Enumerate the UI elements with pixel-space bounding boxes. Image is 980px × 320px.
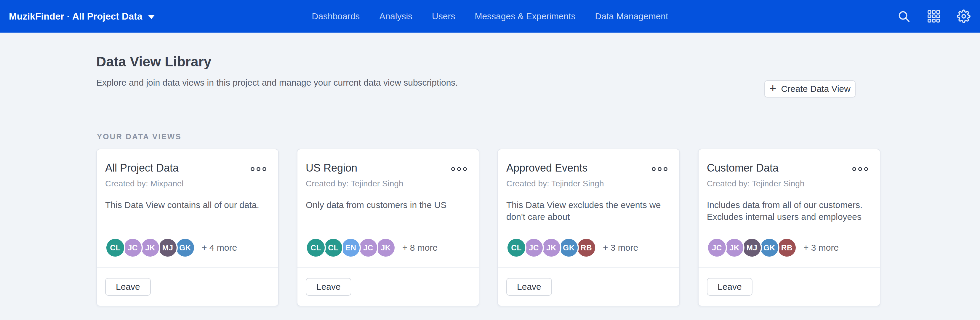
card-footer: Leave	[298, 267, 479, 306]
primary-nav: Dashboards Analysis Users Messages & Exp…	[312, 0, 668, 33]
more-options-icon[interactable]	[251, 166, 266, 171]
project-switcher-label: MuzikFinder · All Project Data	[9, 11, 142, 22]
avatar: GK	[759, 238, 780, 258]
card-description: This Data View excludes the events we do…	[506, 199, 669, 223]
section-heading: YOUR DATA VIEWS	[97, 132, 181, 141]
card-title: US Region	[306, 162, 357, 174]
avatar: JK	[375, 238, 396, 258]
card-created-by: Created by: Tejinder Singh	[306, 179, 468, 188]
avatar: RB	[576, 238, 597, 258]
page-subtitle: Explore and join data views in this proj…	[96, 78, 458, 88]
avatar-overflow-count: + 3 more	[603, 243, 638, 253]
nav-item-messages-experiments[interactable]: Messages & Experiments	[475, 11, 575, 21]
avatar: JC	[707, 238, 727, 258]
card-footer: Leave	[698, 267, 880, 306]
avatar: GK	[175, 238, 195, 258]
data-view-card: US Region Created by: Tejinder Singh Onl…	[297, 149, 479, 306]
avatar: JK	[140, 238, 160, 258]
avatar: JC	[524, 238, 544, 258]
avatar-overflow-count: + 8 more	[402, 243, 438, 253]
card-title: Approved Events	[506, 162, 587, 174]
page-header: Data View Library Explore and join data …	[96, 54, 458, 88]
avatar: JK	[541, 238, 562, 258]
leave-button[interactable]: Leave	[105, 278, 151, 296]
avatar: MJ	[158, 238, 178, 258]
avatar: MJ	[742, 238, 762, 258]
more-options-icon[interactable]	[852, 166, 868, 171]
nav-item-dashboards[interactable]: Dashboards	[312, 11, 360, 21]
card-created-by: Created by: Tejinder Singh	[506, 179, 669, 188]
top-nav: MuzikFinder · All Project Data Dashboard…	[0, 0, 980, 33]
plus-icon: +	[769, 82, 776, 94]
leave-button[interactable]: Leave	[707, 278, 752, 296]
card-created-by: Created by: Tejinder Singh	[707, 179, 869, 188]
data-view-card: Approved Events Created by: Tejinder Sin…	[497, 149, 680, 306]
search-icon[interactable]	[897, 10, 911, 23]
page-title: Data View Library	[96, 54, 458, 69]
avatar: JK	[724, 238, 745, 258]
nav-icon-group	[897, 0, 970, 33]
avatar-overflow-count: + 3 more	[803, 243, 839, 253]
leave-button[interactable]: Leave	[306, 278, 352, 296]
avatar: CL	[506, 238, 527, 258]
avatar: CL	[323, 238, 344, 258]
card-footer: Leave	[97, 267, 278, 306]
avatar-stack: CL CL EN JC JK + 8 more	[306, 238, 438, 258]
nav-item-analysis[interactable]: Analysis	[379, 11, 412, 21]
create-data-view-label: Create Data View	[781, 84, 851, 94]
avatar: JC	[123, 238, 143, 258]
card-created-by: Created by: Mixpanel	[105, 179, 267, 188]
avatar: JC	[358, 238, 378, 258]
data-view-card-grid: All Project Data Created by: Mixpanel Th…	[96, 149, 880, 306]
apps-grid-icon[interactable]	[927, 10, 940, 23]
avatar-overflow-count: + 4 more	[202, 243, 237, 253]
avatar: GK	[559, 238, 579, 258]
more-options-icon[interactable]	[652, 166, 667, 171]
project-switcher[interactable]: MuzikFinder · All Project Data	[9, 0, 154, 33]
more-options-icon[interactable]	[451, 166, 467, 171]
card-footer: Leave	[498, 267, 679, 306]
avatar-stack: JC JK MJ GK RB + 3 more	[707, 238, 839, 258]
nav-item-users[interactable]: Users	[432, 11, 455, 21]
avatar: CL	[105, 238, 125, 258]
create-data-view-button[interactable]: + Create Data View	[764, 80, 856, 97]
card-title: Customer Data	[707, 162, 778, 174]
settings-gear-icon[interactable]	[957, 10, 970, 23]
leave-button[interactable]: Leave	[506, 278, 552, 296]
avatar: RB	[777, 238, 797, 258]
avatar: EN	[341, 238, 361, 258]
card-description: This Data View contains all of our data.	[105, 199, 267, 211]
avatar-stack: CL JC JK MJ GK + 4 more	[105, 238, 237, 258]
card-description: Only data from customers in the US	[306, 199, 468, 211]
nav-item-data-management[interactable]: Data Management	[595, 11, 668, 21]
data-view-card: Customer Data Created by: Tejinder Singh…	[698, 149, 880, 306]
avatar-stack: CL JC JK GK RB + 3 more	[506, 238, 638, 258]
chevron-down-icon	[148, 15, 154, 19]
card-title: All Project Data	[105, 162, 179, 174]
card-description: Includes data from all of our customers.…	[707, 199, 869, 223]
avatar: CL	[306, 238, 326, 258]
data-view-card: All Project Data Created by: Mixpanel Th…	[96, 149, 279, 306]
